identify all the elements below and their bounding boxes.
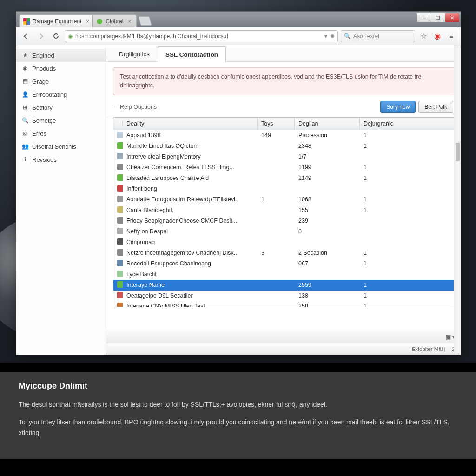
favicon-icon xyxy=(23,18,30,25)
cell-deglian: 2559 xyxy=(295,281,360,289)
status-text: Exlopiter Mäl | xyxy=(412,346,446,352)
table-row[interactable]: Canla Blanibeghit,1551 xyxy=(113,205,454,216)
table-row[interactable]: Lyce Barcfit xyxy=(113,269,454,280)
close-button[interactable]: ✕ xyxy=(445,13,459,22)
table-row[interactable]: Netzre incethnagegem tov Chadhenj Disk..… xyxy=(113,248,454,258)
cell-toys xyxy=(258,284,295,286)
table-row[interactable]: Aondatte Forogposcirn Retewrdp TElistevi… xyxy=(113,194,454,205)
cell-deglian: 067 xyxy=(295,260,360,268)
table-row[interactable]: Intenage CN'o MISS Uled Test2581 xyxy=(113,301,454,307)
cell-dejurgranic: 1 xyxy=(360,196,416,204)
cell-dejurgranic xyxy=(360,274,416,275)
sidebar-item-setfiory[interactable]: ⊞Setfiory xyxy=(16,101,106,114)
sidebar-item-revsices[interactable]: ℹRevsices xyxy=(16,153,106,166)
browser-toolbar: ◉ hosin:comprlarges.tkM/LTls@ynlampe.th.… xyxy=(16,27,461,45)
cell-name: Interaye Name xyxy=(123,281,258,289)
table-row[interactable]: Lilstaded Esruppces Chalße Ald21491 xyxy=(113,173,454,184)
column-header[interactable] xyxy=(113,121,123,126)
cell-toys xyxy=(258,167,295,168)
table-row[interactable]: Inffent beng xyxy=(113,184,454,194)
cell-toys xyxy=(258,242,295,243)
browser-tab-1[interactable]: Clobral × xyxy=(92,14,137,27)
maximize-button[interactable]: ❐ xyxy=(431,13,445,22)
address-bar[interactable]: ◉ hosin:comprlarges.tkM/LTls@ynlampe.th.… xyxy=(65,30,338,42)
inner-tab-drgiligntics[interactable]: Drgiligntics xyxy=(111,46,158,61)
sidebar-item-engined[interactable]: ★Engined xyxy=(16,49,106,62)
column-header[interactable]: Dejurgranic xyxy=(360,118,416,130)
extension-icon[interactable]: ◉ xyxy=(432,31,443,42)
table-row[interactable]: Appsud 1398149Procession1 xyxy=(113,130,454,141)
cell-toys xyxy=(258,210,295,211)
bookmark-star-icon[interactable]: ☆ xyxy=(418,31,429,42)
search-box[interactable]: 🔍 Aso Texrel xyxy=(341,30,415,42)
list-icon: ▤ xyxy=(22,78,28,85)
grid-body[interactable]: Appsud 1398149Procession1Mamdle Lined It… xyxy=(113,130,454,307)
cell-name: Appsud 1398 xyxy=(123,132,258,139)
table-row[interactable]: Recedoll Esruppces Chanineang0671 xyxy=(113,258,454,269)
row-icon xyxy=(117,217,123,224)
table-row[interactable]: Mamdle Lined Itäs OQjctom23481 xyxy=(113,141,454,152)
sidebar-item-oisetral senchls[interactable]: 👥Oisetral Senchls xyxy=(16,140,106,153)
row-icon xyxy=(117,174,123,181)
sidebar-item-errropotating[interactable]: 👤Errropotating xyxy=(16,88,106,101)
table-row[interactable]: Intrerve cteal EipengMentory1/7 xyxy=(113,152,454,162)
person-icon: 👤 xyxy=(22,91,28,98)
table-row[interactable]: Nefty on Respel0 xyxy=(113,226,454,237)
sidebar-item-semetçe[interactable]: 🔍Semetçe xyxy=(16,114,106,127)
column-header[interactable]: Deglian xyxy=(295,118,360,130)
dash-icon: – xyxy=(114,104,117,110)
cell-name: Aondatte Forogposcirn Retewrdp TElistevi… xyxy=(123,196,258,204)
sidebar-item-grage[interactable]: ▤Grage xyxy=(16,75,106,88)
dropdown-icon[interactable]: ▾ xyxy=(324,33,327,40)
cell-dejurgranic: 1 xyxy=(360,142,416,150)
menu-icon[interactable]: ≡ xyxy=(446,31,457,42)
sidebar-item-erres[interactable]: ◎Erres xyxy=(16,127,106,140)
minimize-button[interactable]: ─ xyxy=(417,13,431,22)
sidebar-item-label: Errropotating xyxy=(32,91,67,98)
people-icon: 👥 xyxy=(22,143,28,150)
row-icon xyxy=(117,132,123,138)
grid-icon: ⊞ xyxy=(22,104,28,111)
column-header[interactable]: Deality xyxy=(123,118,258,130)
cell-name: Lyce Barcfit xyxy=(123,271,258,278)
cell-dejurgranic: 1 xyxy=(360,174,416,182)
inner-tab-ssl-contotaction[interactable]: SSL Contotaction xyxy=(158,46,226,62)
cell-deglian: 155 xyxy=(295,206,360,214)
circle-icon: ◎ xyxy=(22,130,28,137)
cell-toys: 149 xyxy=(258,132,295,139)
sidebar: ★Engined◉Pnoduds▤Grage👤Errropotating⊞Set… xyxy=(16,45,106,355)
column-header[interactable]: Toys xyxy=(258,118,295,130)
sidebar-item-pnoduds[interactable]: ◉Pnoduds xyxy=(16,62,106,75)
table-row[interactable]: Frioay Seopïgnader Cheose CMCF Desit...2… xyxy=(113,216,454,226)
cell-dejurgranic: 1 xyxy=(360,292,416,300)
inner-tabs: DrgilignticsSSL Contotaction xyxy=(106,45,461,62)
grid-header: DealityToysDeglianDejurgranic xyxy=(113,118,454,130)
cell-dejurgranic: 1 xyxy=(360,132,416,139)
cell-name: Intenage CN'o MISS Uled Test xyxy=(123,303,258,307)
page-scrollbar[interactable] xyxy=(454,45,461,355)
data-grid: DealityToysDeglianDejurgranic Appsud 139… xyxy=(113,117,454,307)
back-button[interactable] xyxy=(20,30,32,42)
tab-close-icon[interactable]: × xyxy=(128,19,132,24)
options-label[interactable]: Relp Ouptions xyxy=(120,104,157,110)
cell-toys xyxy=(258,145,295,147)
secondary-action-button[interactable]: Bert Palk xyxy=(418,101,453,113)
row-icon xyxy=(117,142,123,149)
table-row[interactable]: Interaye Name25591 xyxy=(113,280,454,291)
table-row[interactable]: Chëaizer Comencem. Refes TLSS Hmg...1199… xyxy=(113,162,454,173)
browser-tab-0[interactable]: Rainage Equnmient × xyxy=(19,14,95,27)
cell-dejurgranic xyxy=(360,242,416,243)
reload-button[interactable] xyxy=(50,30,62,42)
row-icon xyxy=(117,260,123,266)
scrollbar-thumb[interactable] xyxy=(456,143,460,161)
primary-action-button[interactable]: Sory now xyxy=(380,101,416,113)
row-icon xyxy=(117,281,123,288)
reader-icon[interactable]: ✺ xyxy=(330,33,335,40)
table-row[interactable]: Oeatageipe D9L Secatiler1381 xyxy=(113,291,454,301)
star-icon: ★ xyxy=(22,52,28,59)
tab-close-icon[interactable]: × xyxy=(86,19,91,24)
table-row[interactable]: Cimpronag xyxy=(113,237,454,248)
cell-deglian xyxy=(295,188,360,190)
forward-button[interactable] xyxy=(35,30,47,42)
new-tab-button[interactable] xyxy=(139,16,152,26)
